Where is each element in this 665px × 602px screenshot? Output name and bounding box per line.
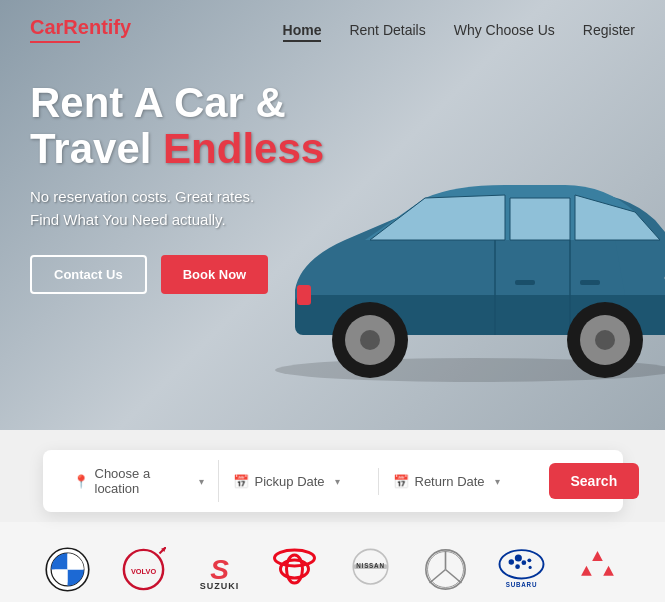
pickup-chevron: ▾ — [335, 476, 340, 487]
logo-prefix: Car — [30, 16, 63, 38]
hero-section: Rent A Car & Travel Endless No reservati… — [0, 0, 665, 430]
svg-point-22 — [281, 560, 309, 578]
svg-marker-43 — [603, 565, 614, 575]
location-icon: 📍 — [73, 474, 89, 489]
nav-link-why-choose[interactable]: Why Choose Us — [454, 22, 555, 38]
return-chevron: ▾ — [495, 476, 500, 487]
svg-point-34 — [509, 560, 514, 565]
search-bar: 📍 Choose a location ▾ 📅 Pickup Date ▾ 📅 … — [43, 450, 623, 512]
brand-subaru: SUBARU — [487, 544, 557, 594]
return-date-field[interactable]: 📅 Return Date ▾ — [379, 468, 539, 495]
brand-bmw — [33, 544, 103, 594]
hero-title-line1: Rent A Car & — [30, 80, 324, 126]
svg-text:SUZUKI: SUZUKI — [199, 580, 239, 590]
hero-content: Rent A Car & Travel Endless No reservati… — [30, 80, 324, 294]
logo: CarRentify — [30, 16, 131, 43]
hero-subtitle-line2: Find What You Need actually. — [30, 211, 226, 228]
hero-subtitle: No reservation costs. Great rates. Find … — [30, 186, 324, 231]
hero-subtitle-line1: No reservation costs. Great rates. — [30, 188, 254, 205]
logo-underline — [30, 41, 80, 43]
nav-item-register[interactable]: Register — [583, 21, 635, 39]
brands-section: VOLVO S SUZUKI NISSAN — [0, 522, 665, 602]
svg-point-38 — [527, 559, 531, 563]
svg-line-32 — [446, 569, 462, 583]
brand-nissan: NISSAN — [335, 544, 405, 594]
return-date-text: Return Date — [415, 474, 485, 489]
svg-point-9 — [360, 330, 380, 350]
svg-point-37 — [515, 565, 520, 570]
nav-links: Home Rent Details Why Choose Us Register — [283, 21, 635, 39]
hero-buttons: Contact Us Book Now — [30, 255, 324, 294]
svg-line-31 — [430, 569, 446, 583]
hero-title-travel: Travel — [30, 125, 163, 172]
hero-title-line2: Travel Endless — [30, 126, 324, 172]
search-button[interactable]: Search — [549, 463, 640, 499]
hero-title-endless: Endless — [163, 125, 324, 172]
brand-mercedes — [411, 544, 481, 594]
return-calendar-icon: 📅 — [393, 474, 409, 489]
nav-item-why-choose[interactable]: Why Choose Us — [454, 21, 555, 39]
book-now-button[interactable]: Book Now — [161, 255, 269, 294]
svg-point-24 — [275, 550, 315, 566]
svg-marker-41 — [592, 551, 603, 561]
brand-mitsubishi — [562, 544, 632, 594]
location-chevron: ▾ — [199, 476, 204, 487]
brand-toyota — [260, 544, 330, 594]
svg-point-6 — [595, 330, 615, 350]
svg-text:SUBARU: SUBARU — [506, 581, 538, 588]
nav-link-home[interactable]: Home — [283, 22, 322, 42]
svg-text:VOLVO: VOLVO — [131, 566, 156, 575]
svg-text:NISSAN: NISSAN — [356, 562, 384, 569]
pickup-calendar-icon: 📅 — [233, 474, 249, 489]
nav-link-rent-details[interactable]: Rent Details — [349, 22, 425, 38]
nav-item-home[interactable]: Home — [283, 21, 322, 39]
nav-link-register[interactable]: Register — [583, 22, 635, 38]
brand-suzuki: S SUZUKI — [184, 544, 254, 594]
location-text: Choose a location — [95, 466, 189, 496]
svg-point-39 — [529, 566, 532, 569]
svg-point-36 — [522, 561, 527, 566]
logo-suffix: Rentify — [63, 16, 131, 38]
hero-car-image — [265, 140, 665, 400]
svg-point-35 — [515, 555, 522, 562]
brand-volvo: VOLVO — [108, 544, 178, 594]
svg-rect-12 — [515, 280, 535, 285]
location-field[interactable]: 📍 Choose a location ▾ — [59, 460, 219, 502]
pickup-date-field[interactable]: 📅 Pickup Date ▾ — [219, 468, 379, 495]
svg-rect-13 — [580, 280, 600, 285]
pickup-date-text: Pickup Date — [255, 474, 325, 489]
nav-item-rent-details[interactable]: Rent Details — [349, 21, 425, 39]
navbar: CarRentify Home Rent Details Why Choose … — [0, 0, 665, 59]
svg-marker-42 — [581, 565, 592, 575]
search-section: 📍 Choose a location ▾ 📅 Pickup Date ▾ 📅 … — [0, 430, 665, 522]
svg-point-33 — [500, 551, 544, 579]
contact-us-button[interactable]: Contact Us — [30, 255, 147, 294]
